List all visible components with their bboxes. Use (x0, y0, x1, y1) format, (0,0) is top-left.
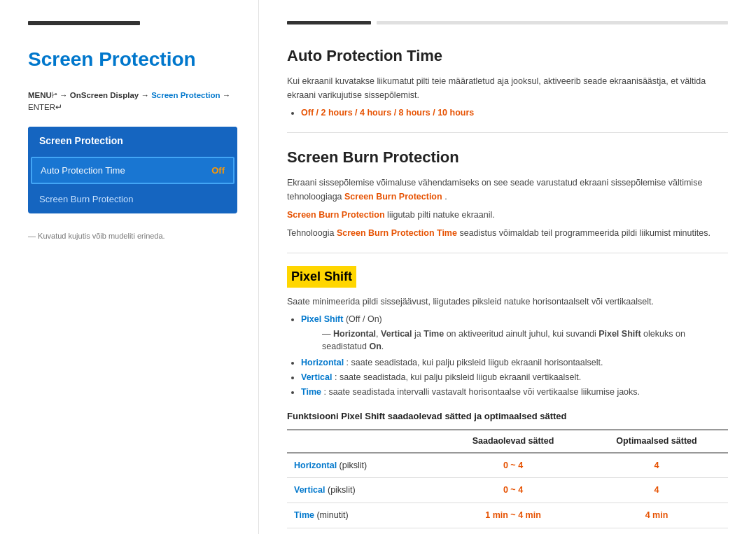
sub-ja: ja (414, 329, 424, 339)
bullet-time: Time : saate seadistada intervalli vasta… (301, 386, 728, 399)
section2-desc2-suffix: liigutab pilti natuke ekraanil. (387, 210, 495, 220)
sub-horizontal: Horizontal (333, 329, 376, 339)
vertical-sub: (pikslit) (328, 485, 356, 495)
bullet-pixel-shift-text: (Off / On) (346, 314, 382, 324)
right-panel: Auto Protection Time Kui ekraanil kuvata… (259, 0, 756, 534)
pixel-shift-bullets: Pixel Shift (Off / On) Horizontal, Verti… (287, 313, 728, 399)
sub-pixel-shift-ref: Pixel Shift (598, 329, 640, 339)
table-row-time: Time (minutit) 1 min ~ 4 min 4 min (287, 503, 728, 528)
col-header-available: Saadaolevad sätted (441, 430, 585, 453)
section2-desc3: Tehnoloogia Screen Burn Protection Time … (287, 226, 728, 240)
table-row-vertical: Vertical (pikslit) 0 ~ 4 4 (287, 478, 728, 503)
section2-link3: Screen Burn Protection Time (337, 228, 457, 238)
menu-item-screen-burn-label: Screen Burn Protection (39, 192, 133, 206)
menu-prefix: MENUꔵ → (28, 91, 68, 99)
section2-title: Screen Burn Protection (287, 146, 728, 169)
pixel-shift-title: Pixel Shift (287, 266, 356, 288)
menu-item-auto-protection-value: Off (211, 164, 225, 178)
menu-item-auto-protection[interactable]: Auto Protection Time Off (31, 157, 234, 185)
menu-arrow2: → (141, 91, 151, 99)
bullet-pixel-shift: Pixel Shift (Off / On) Horizontal, Verti… (301, 313, 728, 353)
col-header-label (287, 430, 441, 453)
horizontal-label: Horizontal (294, 461, 337, 470)
section2-desc1-end: . (444, 192, 447, 202)
row-vertical-optimal: 4 (585, 478, 728, 503)
sub-vertical: Vertical (381, 329, 412, 339)
bullet-vertical-text: : saate seadistada, kui palju piksleid l… (335, 372, 581, 382)
divider1 (287, 132, 728, 133)
row-time-label: Time (minutit) (287, 503, 441, 528)
top-decorative-bar (28, 21, 140, 25)
table-body: Horizontal (pikslit) 0 ~ 4 4 Vertical (p… (287, 453, 728, 528)
section1-desc: Kui ekraanil kuvatakse liikumatut pilti … (287, 74, 728, 102)
row-time-range: 1 min ~ 4 min (441, 503, 585, 528)
row-time-optimal: 4 min (585, 503, 728, 528)
footnote: Kuvatud kujutis võib mudeliti erineda. (28, 230, 237, 242)
section2-desc1: Ekraani sissepõlemise võimaluse vähendam… (287, 176, 728, 204)
bullet-vertical: Vertical : saate seadistada, kui palju p… (301, 371, 728, 384)
section2-link2: Screen Burn Protection (287, 210, 385, 220)
bullet-time-text: : saate seadistada intervalli vastavalt … (323, 387, 640, 397)
bullet-horizontal: Horizontal : saate seadistada, kui palju… (301, 356, 728, 370)
row-horizontal-optimal: 4 (585, 453, 728, 478)
top-bar-light (377, 21, 728, 24)
section2-desc3-prefix: Tehnoloogia (287, 228, 337, 238)
section2-link1: Screen Burn Protection (344, 192, 442, 202)
section1-title: Auto Protection Time (287, 44, 728, 67)
row-vertical-range: 0 ~ 4 (441, 478, 585, 503)
menu-ui-header: Screen Protection (28, 127, 237, 155)
section1-options: Off / 2 hours / 4 hours / 8 hours / 10 h… (301, 108, 474, 118)
section2-desc3-suffix: seadistus võimaldab teil programmeerida … (459, 228, 710, 238)
table-header-row: Saadaolevad sätted Optimaalsed sätted (287, 430, 728, 453)
sub-time: Time (424, 329, 444, 339)
time-label: Time (294, 510, 314, 520)
menu-item-onscreen: OnScreen Display (70, 91, 139, 99)
table-title: Funktsiooni Pixel Shift saadaolevad sätt… (287, 409, 728, 423)
row-horizontal-range: 0 ~ 4 (441, 453, 585, 478)
row-horizontal-label: Horizontal (pikslit) (287, 453, 441, 478)
table-row-horizontal: Horizontal (pikslit) 0 ~ 4 4 (287, 453, 728, 478)
table-head: Saadaolevad sätted Optimaalsed sätted (287, 430, 728, 453)
pixel-shift-sub-item: Horizontal, Vertical ja Time on aktiveer… (322, 328, 728, 354)
section1-options-list: Off / 2 hours / 4 hours / 8 hours / 10 h… (287, 106, 728, 120)
menu-ui: Screen Protection Auto Protection Time O… (28, 127, 237, 213)
menu-item-auto-protection-label: Auto Protection Time (41, 164, 125, 178)
bullet-horizontal-link: Horizontal (301, 358, 344, 367)
top-bar-right (287, 21, 728, 24)
section1-options-item: Off / 2 hours / 4 hours / 8 hours / 10 h… (301, 106, 728, 120)
left-panel: Screen Protection MENUꔵ → OnScreen Displ… (0, 0, 259, 534)
col-header-optimal: Optimaalsed sätted (585, 430, 728, 453)
page-title: Screen Protection (28, 45, 237, 74)
divider2 (287, 253, 728, 253)
horizontal-sub: (pikslit) (340, 461, 368, 470)
pixel-shift-sub: Horizontal, Vertical ja Time on aktiveer… (301, 328, 728, 354)
bullet-horizontal-text: : saate seadistada, kui palju piksleid l… (346, 358, 603, 367)
bullet-vertical-link: Vertical (301, 372, 332, 382)
section2-desc2: Screen Burn Protection liigutab pilti na… (287, 208, 728, 222)
row-vertical-label: Vertical (pikslit) (287, 478, 441, 503)
vertical-label: Vertical (294, 485, 325, 495)
menu-item-screen-burn[interactable]: Screen Burn Protection (28, 185, 237, 213)
pixel-shift-table: Saadaolevad sätted Optimaalsed sätted Ho… (287, 429, 728, 528)
bullet-pixel-shift-link: Pixel Shift (301, 314, 343, 324)
menu-item-screen-protection: Screen Protection (151, 91, 220, 99)
sub-on: On (369, 342, 381, 351)
sub-desc: on aktiveeritud ainult juhul, kui suvand… (447, 329, 599, 339)
section3-desc: Saate minimeerida pildi sissejäävust, li… (287, 295, 728, 309)
bullet-time-link: Time (301, 387, 321, 397)
top-bar-dark (287, 21, 371, 24)
time-sub: (minutit) (316, 510, 348, 520)
menu-path: MENUꔵ → OnScreen Display → Screen Protec… (28, 90, 237, 114)
